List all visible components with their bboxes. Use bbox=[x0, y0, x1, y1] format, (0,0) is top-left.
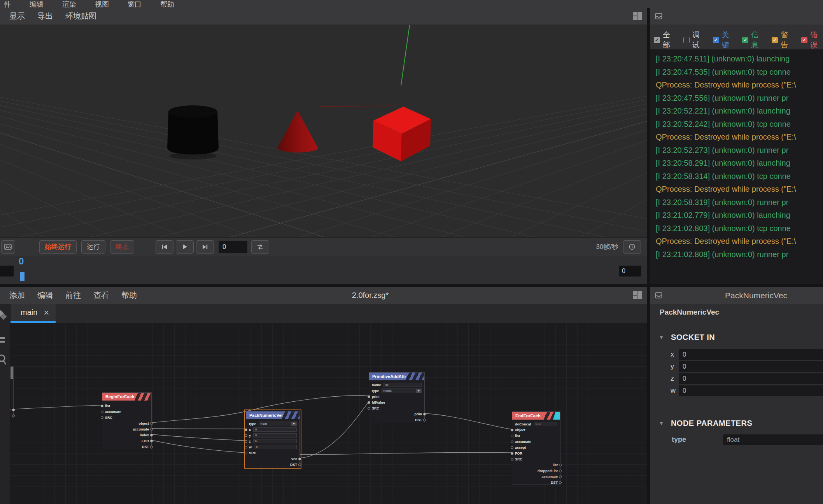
checkbox-all[interactable] bbox=[654, 37, 660, 43]
nodes-palette-button[interactable] bbox=[0, 309, 11, 322]
y-input[interactable]: 0 bbox=[253, 433, 297, 438]
socket-x-input[interactable]: 0 bbox=[679, 349, 823, 360]
socket-dot[interactable] bbox=[245, 452, 247, 454]
timeline[interactable]: 0 0 bbox=[0, 256, 647, 284]
socket-dot[interactable] bbox=[423, 413, 426, 415]
graph-menu-goto[interactable]: 前往 bbox=[65, 290, 81, 301]
socket-dot[interactable] bbox=[12, 414, 15, 417]
log-output[interactable]: [I 23:20:47.511] (unknown:0) launching [… bbox=[650, 49, 823, 284]
socket-dot[interactable] bbox=[101, 404, 103, 407]
checkbox-warning[interactable] bbox=[772, 37, 778, 43]
loop-button[interactable] bbox=[251, 240, 269, 254]
viewport-layout-button[interactable] bbox=[632, 12, 643, 20]
socket-y-input[interactable]: 0 bbox=[679, 361, 823, 372]
socket-dot[interactable] bbox=[245, 434, 247, 437]
menu-render[interactable]: 渲染 bbox=[62, 0, 76, 8]
filter-all[interactable]: 全部 bbox=[654, 30, 676, 50]
name-input[interactable]: dr bbox=[383, 383, 422, 387]
menu-edit[interactable]: 编辑 bbox=[30, 0, 44, 8]
x-input[interactable]: 0 bbox=[253, 427, 297, 432]
cone-object[interactable] bbox=[277, 110, 318, 152]
clock-button[interactable] bbox=[623, 240, 641, 254]
socket-dot[interactable] bbox=[423, 418, 426, 421]
play-button[interactable] bbox=[176, 240, 194, 254]
checkbox-info[interactable] bbox=[742, 37, 748, 43]
filter-error[interactable]: 错误 bbox=[801, 30, 823, 50]
cube-object[interactable] bbox=[373, 107, 431, 161]
socket-dot[interactable] bbox=[368, 401, 370, 404]
viewport-menu-export[interactable]: 导出 bbox=[37, 11, 53, 21]
socket-dot[interactable] bbox=[559, 464, 562, 466]
socket-dot[interactable] bbox=[559, 469, 562, 472]
filter-warning[interactable]: 警告 bbox=[772, 30, 793, 50]
graph-menu-edit[interactable]: 编辑 bbox=[37, 290, 53, 301]
timeline-end-input[interactable]: 0 bbox=[619, 266, 641, 276]
viewport-menu-envmap[interactable]: 环境贴图 bbox=[65, 11, 96, 21]
list-button[interactable] bbox=[0, 336, 11, 344]
type-dropdown[interactable]: float▾ bbox=[259, 422, 297, 426]
socket-dot[interactable] bbox=[511, 429, 513, 431]
socket-dot[interactable] bbox=[12, 408, 15, 411]
stop-button[interactable]: 终止 bbox=[110, 240, 134, 254]
node-beginforeach[interactable]: BeginForEach list accumate SRC object ac… bbox=[102, 392, 152, 449]
type-input[interactable]: float bbox=[723, 434, 823, 445]
socket-dot[interactable] bbox=[559, 481, 562, 484]
filter-critical[interactable]: 关键 bbox=[713, 30, 735, 50]
run-button[interactable]: 运行 bbox=[81, 240, 105, 254]
socket-dot[interactable] bbox=[298, 463, 301, 466]
socket-dot[interactable] bbox=[150, 439, 153, 442]
tab-close-icon[interactable]: × bbox=[44, 309, 49, 317]
socket-dot[interactable] bbox=[150, 428, 153, 430]
socket-w-input[interactable]: 0 bbox=[679, 385, 823, 396]
graph-menu-view[interactable]: 查看 bbox=[93, 290, 109, 301]
socket-dot[interactable] bbox=[511, 440, 513, 443]
socket-dot[interactable] bbox=[298, 457, 301, 460]
node-packnumericvec[interactable]: PackNumericVec type float▾ x0 y0 z0 w0 S… bbox=[246, 411, 300, 467]
always-run-button[interactable]: 始终运行 bbox=[39, 240, 77, 254]
socket-z-input[interactable]: 0 bbox=[679, 373, 823, 384]
socket-dot[interactable] bbox=[245, 440, 247, 443]
socket-dot[interactable] bbox=[368, 407, 370, 410]
socket-dot[interactable] bbox=[245, 428, 247, 431]
timeline-start-input[interactable] bbox=[0, 266, 14, 276]
checkbox-critical[interactable] bbox=[713, 37, 719, 43]
graph-layout-button[interactable] bbox=[632, 291, 643, 299]
socket-dot[interactable] bbox=[511, 434, 513, 437]
socket-dot[interactable] bbox=[150, 422, 153, 425]
doconcat-input[interactable]: false bbox=[534, 422, 557, 426]
z-input[interactable]: 0 bbox=[253, 439, 297, 443]
collapse-triangle-icon[interactable]: ▼ bbox=[659, 334, 664, 340]
search-button[interactable] bbox=[0, 354, 11, 367]
menu-view[interactable]: 视图 bbox=[95, 0, 109, 8]
viewport-menu-display[interactable]: 显示 bbox=[9, 11, 25, 21]
node-graph-canvas[interactable]: t r BeginForEach list accumate SRC objec… bbox=[0, 323, 647, 504]
filter-info[interactable]: 信息 bbox=[742, 30, 764, 50]
socket-dot[interactable] bbox=[101, 416, 103, 419]
socket-dot[interactable] bbox=[511, 452, 513, 455]
menu-file[interactable]: 件 bbox=[4, 0, 11, 8]
cylinder-object[interactable] bbox=[167, 105, 219, 159]
socket-dot[interactable] bbox=[101, 410, 103, 413]
timeline-cursor[interactable] bbox=[20, 272, 25, 281]
graph-menu-help[interactable]: 帮助 bbox=[121, 290, 137, 301]
screenshot-button[interactable] bbox=[1, 240, 15, 254]
skip-start-button[interactable] bbox=[156, 240, 173, 254]
socket-in-section[interactable]: ▼ SOCKET IN bbox=[659, 333, 715, 342]
socket-dot[interactable] bbox=[368, 395, 370, 398]
graph-menu-add[interactable]: 添加 bbox=[9, 290, 25, 301]
collapse-triangle-icon[interactable]: ▼ bbox=[659, 420, 664, 426]
socket-dot[interactable] bbox=[511, 458, 513, 460]
socket-dot[interactable] bbox=[559, 475, 562, 478]
node-parameters-section[interactable]: ▼ NODE PARAMETERS bbox=[659, 419, 752, 428]
w-input[interactable]: 0 bbox=[254, 445, 297, 449]
filter-debug[interactable]: 调试 bbox=[683, 30, 705, 50]
viewport-3d[interactable] bbox=[0, 24, 647, 237]
menu-help[interactable]: 帮助 bbox=[160, 0, 174, 8]
node-endforeach[interactable]: EndForEach doConcatfalse object list acc… bbox=[512, 411, 560, 485]
checkbox-error[interactable] bbox=[801, 37, 807, 43]
node-primitiveaddattr[interactable]: PrimitiveAddAttr namedr type float3▾ pri… bbox=[369, 372, 425, 422]
menu-window[interactable]: 窗口 bbox=[128, 0, 142, 8]
socket-dot[interactable] bbox=[150, 434, 153, 436]
type-dropdown[interactable]: float3▾ bbox=[382, 388, 422, 393]
socket-dot[interactable] bbox=[150, 445, 153, 448]
